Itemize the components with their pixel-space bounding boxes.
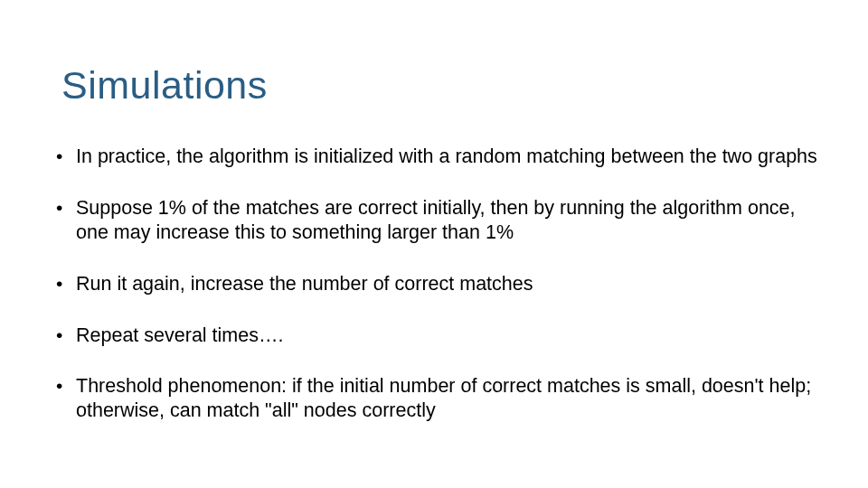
slide-title: Simulations bbox=[61, 63, 268, 108]
bullet-list: In practice, the algorithm is initialize… bbox=[52, 145, 832, 423]
slide: Simulations In practice, the algorithm i… bbox=[0, 0, 868, 488]
bullet-item: Repeat several times…. bbox=[52, 324, 832, 348]
bullet-item: Threshold phenomenon: if the initial num… bbox=[52, 374, 832, 423]
bullet-item: Run it again, increase the number of cor… bbox=[52, 272, 832, 296]
slide-body: In practice, the algorithm is initialize… bbox=[52, 145, 832, 450]
bullet-item: Suppose 1% of the matches are correct in… bbox=[52, 196, 832, 245]
bullet-item: In practice, the algorithm is initialize… bbox=[52, 145, 832, 169]
